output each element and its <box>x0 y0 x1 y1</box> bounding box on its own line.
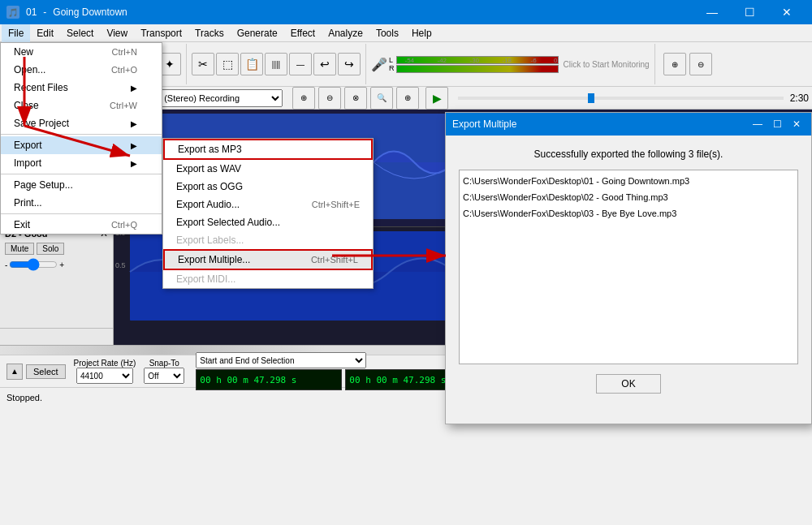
dialog-close-button[interactable]: ✕ <box>788 116 805 132</box>
export-as-ogg[interactable]: Export as OGG <box>163 178 373 196</box>
menu-open[interactable]: Open...Ctrl+O <box>1 61 162 79</box>
arrow-tool-button[interactable]: ▲ <box>6 364 23 380</box>
menu-export[interactable]: Export▶ <box>1 136 162 154</box>
zoom-sel-button[interactable]: 🔍 <box>370 87 393 110</box>
dialog-file-list: C:\Users\WonderFox\Desktop\01 - Going Do… <box>459 170 798 364</box>
undo-button[interactable]: ↩ <box>313 53 336 75</box>
project-rate-select[interactable]: 44100 <box>76 368 133 384</box>
title-bar-project: Going Downtown <box>53 6 127 18</box>
menu-transport[interactable]: Transport <box>134 24 188 42</box>
dialog-controls: — ☐ ✕ <box>749 116 805 132</box>
export-labels: Export Labels... <box>163 231 373 249</box>
project-rate-label: Project Rate (Hz) <box>74 359 136 368</box>
zoom-h-button[interactable]: ⊕ <box>292 87 315 110</box>
menu-help[interactable]: Help <box>405 24 438 42</box>
menu-analyze[interactable]: Analyze <box>322 24 369 42</box>
monitor-label: Click to Start Monitoring <box>564 60 650 69</box>
export-as-mp3[interactable]: Export as MP3 <box>163 139 373 160</box>
snap-to-select[interactable]: Off <box>144 368 184 384</box>
track-2-info: D2 - Good ✕ Mute Solo - + <box>0 223 113 329</box>
menu-exit[interactable]: ExitCtrl+Q <box>1 216 162 234</box>
menu-print[interactable]: Print... <box>1 194 162 212</box>
channels-select[interactable]: 2 (Stereo) Recording <box>153 89 283 107</box>
title-bar-left: 🎵 01 - Going Downtown <box>6 6 127 19</box>
time-display: 2:30 <box>790 93 809 104</box>
dialog-success-message: Successfully exported the following 3 fi… <box>459 148 798 160</box>
dialog-maximize-button[interactable]: ☐ <box>769 116 785 132</box>
title-bar-controls: — ☐ ✕ <box>693 0 806 24</box>
dialog-content: Successfully exported the following 3 fi… <box>446 136 811 407</box>
zoom-minus-button[interactable]: ⊖ <box>318 87 341 110</box>
menu-file[interactable]: File <box>2 24 30 42</box>
mute-button-2[interactable]: Mute <box>5 243 34 255</box>
plus-icon-2: + <box>59 260 64 269</box>
title-bar-title: - <box>43 6 46 18</box>
dialog-minimize-button[interactable]: — <box>749 116 766 132</box>
zoom-fit-v[interactable]: ⊖ <box>689 53 712 75</box>
minimize-button[interactable]: — <box>693 0 731 24</box>
menu-close[interactable]: CloseCtrl+W <box>1 97 162 114</box>
copy-button[interactable]: ⬚ <box>216 53 239 75</box>
menu-edit[interactable]: Edit <box>30 24 60 42</box>
menu-effect[interactable]: Effect <box>284 24 322 42</box>
solo-button-2[interactable]: Solo <box>37 243 64 255</box>
title-bar: 🎵 01 - Going Downtown — ☐ ✕ <box>0 0 812 24</box>
zoom-fit-h[interactable]: ⊕ <box>663 53 686 75</box>
menu-generate[interactable]: Generate <box>231 24 284 42</box>
menu-recent-files[interactable]: Recent Files▶ <box>1 79 162 97</box>
title-bar-text: 01 <box>26 6 37 18</box>
zoom-extra-button[interactable]: ⊕ <box>396 87 419 110</box>
menu-save-project[interactable]: Save Project▶ <box>1 114 162 132</box>
select-tool-button[interactable]: Select <box>26 364 66 379</box>
menu-bar: File Edit Select View Transport Tracks G… <box>0 24 812 42</box>
maximize-button[interactable]: ☐ <box>731 0 768 24</box>
redo-button[interactable]: ↪ <box>338 53 361 75</box>
dialog-titlebar: Export Multiple — ☐ ✕ <box>446 113 811 136</box>
time-start-input[interactable]: 00 h 00 m 47.298 s <box>196 369 342 390</box>
export-midi: Export MIDI... <box>163 270 373 288</box>
separator-2 <box>1 174 162 174</box>
app-icon: 🎵 <box>6 6 19 19</box>
menu-view[interactable]: View <box>100 24 134 42</box>
menu-select[interactable]: Select <box>60 24 100 42</box>
separator-3 <box>1 213 162 214</box>
dialog-ok-button[interactable]: OK <box>596 374 661 394</box>
edit-tools: ✂ ⬚ 📋 |||| — ↩ ↪ <box>192 44 366 84</box>
export-multiple-dialog: Export Multiple — ☐ ✕ Successfully expor… <box>445 112 812 424</box>
menu-import[interactable]: Import▶ <box>1 154 162 172</box>
zoom-full-button[interactable]: ⊗ <box>344 87 367 110</box>
level-label: LR <box>389 56 395 72</box>
close-button[interactable]: ✕ <box>768 0 806 24</box>
export-submenu: Export as MP3 Export as WAV Export as OG… <box>162 138 374 289</box>
export-multiple[interactable]: Export Multiple... Ctrl+Shift+L <box>163 249 373 270</box>
minus-icon-2: - <box>5 260 7 269</box>
svg-text:0.5: 0.5 <box>115 261 126 269</box>
status-text: Stopped. <box>6 393 42 402</box>
separator-1 <box>1 134 162 135</box>
export-selected-audio[interactable]: Export Selected Audio... <box>163 213 373 231</box>
selection-mode-select[interactable]: Start and End of Selection <box>196 352 366 368</box>
paste-button[interactable]: 📋 <box>240 53 263 75</box>
play-green-button[interactable]: ▶ <box>425 87 448 110</box>
dialog-title: Export Multiple <box>452 118 516 130</box>
menu-tracks[interactable]: Tracks <box>188 24 231 42</box>
cut-button[interactable]: ✂ <box>192 53 214 75</box>
file-dropdown: NewCtrl+N Open...Ctrl+O Recent Files▶ Cl… <box>0 42 162 235</box>
export-audio[interactable]: Export Audio... Ctrl+Shift+E <box>163 196 373 213</box>
mic-section: 🎤 LR -54 -42 -30 -18 -6 0 Click to Start… <box>371 44 655 84</box>
snap-to-label: Snap-To <box>149 359 179 368</box>
dialog-file-item: C:\Users\WonderFox\Desktop\02 - Good Thi… <box>463 190 794 206</box>
trim-button[interactable]: |||| <box>265 53 287 75</box>
dialog-ok-row: OK <box>459 374 798 394</box>
menu-page-setup[interactable]: Page Setup... <box>1 176 162 194</box>
menu-new[interactable]: NewCtrl+N <box>1 43 162 61</box>
mic-icon: 🎤 <box>371 57 387 72</box>
silence-button[interactable]: — <box>289 53 312 75</box>
dialog-file-item: C:\Users\WonderFox\Desktop\03 - Bye Bye … <box>463 206 794 222</box>
export-as-wav[interactable]: Export as WAV <box>163 160 373 178</box>
menu-tools[interactable]: Tools <box>369 24 405 42</box>
gain-slider-2[interactable] <box>9 258 58 271</box>
dialog-file-item: C:\Users\WonderFox\Desktop\01 - Going Do… <box>463 174 794 190</box>
